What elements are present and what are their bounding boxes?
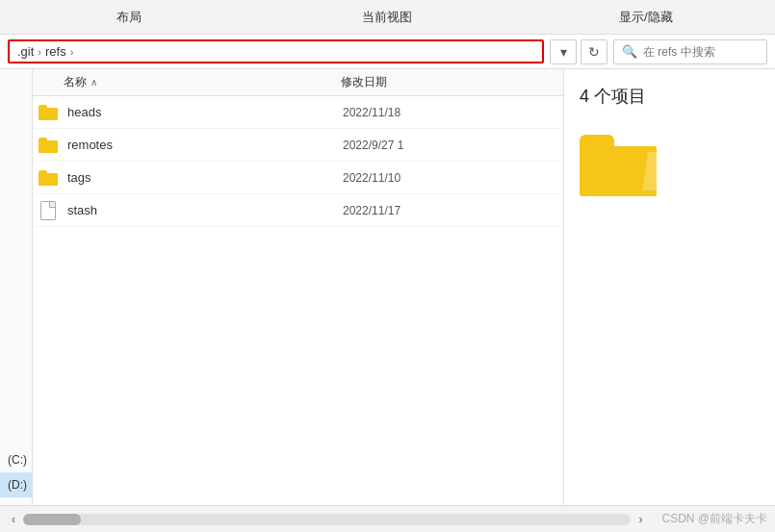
sidebar-item-c[interactable]: (C:) [0,447,32,472]
main-layout: (C:) (D:) 名称 ∧ 修改日期 heads2022/11/18remot… [0,69,775,505]
file-rows: heads2022/11/18remotes2022/9/27 1tags202… [33,96,563,227]
folder-icon [39,170,58,186]
path-git: .git [17,44,34,59]
search-input[interactable] [643,45,759,59]
file-date: 2022/9/27 1 [343,139,497,152]
file-date: 2022/11/10 [343,171,497,185]
big-folder-icon [580,135,657,196]
table-row[interactable]: tags2022/11/10 [33,162,563,194]
address-bar: .git › refs › ▾ ↻ 🔍 [0,35,775,69]
folder-icon [39,138,58,153]
search-icon: 🔍 [622,44,637,59]
toolbar: 布局 当前视图 显示/隐藏 [0,0,775,35]
folder-icon [39,105,58,120]
scroll-right-button[interactable]: › [634,513,646,526]
scroll-left-button[interactable]: ‹ [8,513,19,526]
refresh-button[interactable]: ↻ [581,39,607,64]
column-headers: 名称 ∧ 修改日期 [33,69,563,96]
right-panel: 4 个项目 [563,69,775,505]
file-name: heads [64,105,343,119]
file-list-container: 名称 ∧ 修改日期 heads2022/11/18remotes2022/9/2… [33,69,563,505]
path-refs: refs [45,44,66,59]
file-date: 2022/11/18 [343,106,497,119]
toolbar-current-view[interactable]: 当前视图 [258,9,516,26]
address-path[interactable]: .git › refs › [8,39,544,63]
sidebar-item-d[interactable]: (D:) [0,472,32,497]
scroll-track[interactable] [23,514,631,525]
col-date-header[interactable]: 修改日期 [341,74,495,90]
table-row[interactable]: remotes2022/9/27 1 [33,129,563,162]
address-controls: ▾ ↻ [550,39,607,64]
file-name: remotes [64,138,343,152]
file-name: stash [64,203,343,217]
file-icon [40,201,56,220]
item-count: 4 个项目 [580,85,646,108]
col-name-header[interactable]: 名称 ∧ [33,74,341,90]
folder-highlight [642,152,667,190]
sidebar: (C:) (D:) [0,69,33,505]
table-row[interactable]: stash2022/11/17 [33,194,563,227]
file-date: 2022/11/17 [343,204,497,217]
file-name: tags [64,170,343,185]
dropdown-button[interactable]: ▾ [550,39,577,64]
bottom-bar: ‹ › CSDN @前端卡夫卡 [0,505,775,532]
watermark: CSDN @前端卡夫卡 [661,511,767,527]
table-row[interactable]: heads2022/11/18 [33,96,563,129]
toolbar-show-hide[interactable]: 显示/隐藏 [517,9,775,26]
toolbar-layout[interactable]: 布局 [0,9,258,26]
scroll-thumb[interactable] [23,514,81,525]
search-box: 🔍 [613,39,767,64]
